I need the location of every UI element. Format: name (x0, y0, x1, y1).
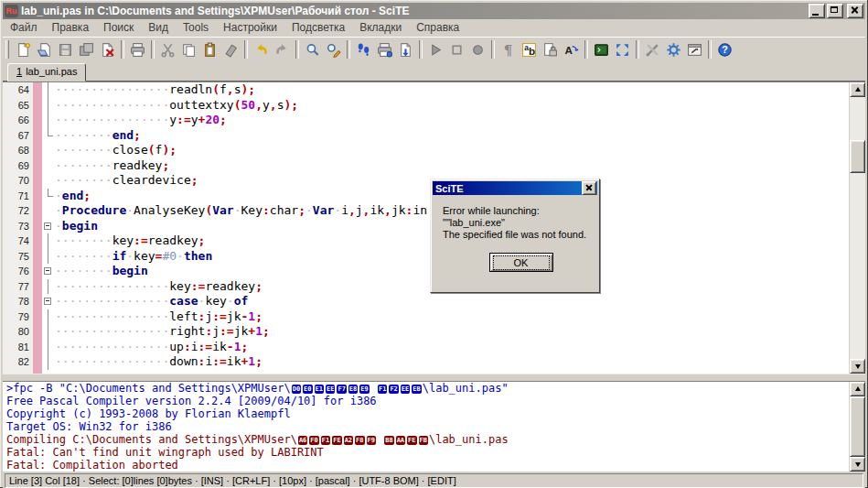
code-text[interactable]: ················case·key·of (55, 294, 865, 309)
open-file-button[interactable] (34, 39, 55, 60)
close-file-button[interactable] (97, 39, 118, 60)
output-line[interactable]: >fpc -B "C:\Documents and Settings\XPMUs… (3, 382, 865, 395)
copy-button[interactable] (178, 39, 199, 60)
record-macro-button[interactable] (467, 39, 488, 60)
close-button[interactable] (847, 4, 863, 18)
code-text[interactable]: ················outtextxy(50,y,s); (55, 98, 865, 114)
menu-options[interactable]: Настройки (216, 19, 284, 37)
output-line[interactable]: Compiling C:\Documents and Settings\XPMU… (3, 433, 865, 446)
ok-button[interactable]: OK (489, 253, 553, 272)
output-line[interactable]: Target OS: Win32 for i386 (3, 420, 865, 433)
output-pane[interactable]: >fpc -B "C:\Documents and Settings\XPMUs… (3, 382, 865, 472)
menu-buffers[interactable]: Вкладки (352, 19, 409, 37)
line-number[interactable]: 80 (3, 324, 33, 340)
menu-view[interactable]: Вид (141, 19, 176, 37)
line-number[interactable]: 64 (3, 82, 33, 98)
stop-button[interactable] (446, 39, 467, 60)
scroll-down-button[interactable] (850, 457, 865, 472)
code-text[interactable]: ········end; (55, 128, 865, 144)
output-line[interactable]: Fatal: Can't find unit wingraph used by … (3, 446, 865, 459)
trace-button[interactable] (353, 39, 374, 60)
fold-toggle[interactable] (42, 294, 55, 309)
dialog-close-button[interactable] (582, 181, 596, 195)
customize-button[interactable] (642, 39, 663, 60)
menu-edit[interactable]: Правка (45, 19, 97, 37)
line-number[interactable]: 69 (3, 158, 33, 174)
undo-button[interactable] (251, 39, 272, 60)
read-only-button[interactable] (540, 39, 561, 60)
fold-margin (42, 128, 55, 144)
editor-options-button[interactable] (684, 39, 705, 60)
delete-button[interactable] (220, 39, 241, 60)
output-vscrollbar[interactable] (849, 382, 865, 472)
minimize-button[interactable] (809, 4, 825, 18)
line-number[interactable]: 79 (3, 309, 33, 325)
output-scroll-thumb[interactable] (850, 396, 865, 457)
menu-file[interactable]: Файл (3, 19, 45, 37)
dialog-titlebar[interactable]: SciTE (433, 181, 597, 195)
find-button[interactable] (302, 39, 323, 60)
line-number[interactable]: 67 (3, 128, 33, 144)
menu-tools[interactable]: Tools (176, 19, 216, 37)
save-file-button[interactable] (55, 39, 76, 60)
code-text[interactable]: ········close(f); (55, 143, 865, 158)
code-text[interactable]: ········readkey; (55, 158, 865, 174)
editor-vscrollbar[interactable] (849, 82, 865, 374)
new-file-button[interactable] (13, 39, 34, 60)
app-icon[interactable]: Ru (5, 5, 18, 17)
line-number[interactable]: 76 (3, 264, 33, 279)
help-button[interactable]: ? (714, 39, 735, 60)
pane-splitter[interactable] (3, 374, 865, 382)
cut-button[interactable] (157, 39, 178, 60)
output-line[interactable]: Fatal: Compilation aborted (3, 459, 865, 472)
line-number[interactable]: 74 (3, 233, 33, 249)
menu-highlight[interactable]: Подсветка (284, 19, 352, 37)
fold-toggle[interactable] (42, 264, 55, 279)
code-text[interactable]: ················down:i:=ik+1; (55, 354, 865, 370)
line-number[interactable]: 75 (3, 249, 33, 265)
code-text[interactable]: ················y:=y+20; (55, 113, 865, 128)
redo-button[interactable] (272, 39, 293, 60)
code-text[interactable]: ················readln(f,s); (55, 82, 865, 98)
console-button[interactable] (591, 39, 612, 60)
show-whitespace-button[interactable]: ab (519, 39, 540, 60)
paste-button[interactable] (199, 39, 220, 60)
fullscreen-button[interactable] (612, 39, 633, 60)
convert-case-button[interactable]: A (561, 39, 582, 60)
code-text[interactable]: ················left:j:=jk-1; (55, 309, 865, 325)
tab-lab_uni-pas[interactable]: 1lab_uni.pas (7, 63, 86, 81)
line-number[interactable]: 68 (3, 143, 33, 158)
compile-button[interactable] (374, 39, 395, 60)
line-number[interactable]: 66 (3, 113, 33, 128)
save-all-button[interactable] (76, 39, 97, 60)
menu-help[interactable]: Справка (409, 19, 466, 37)
replace-button[interactable] (323, 39, 344, 60)
line-number[interactable]: 72 (3, 203, 33, 219)
scroll-up-button[interactable] (850, 382, 865, 396)
output-line[interactable]: Free Pascal Compiler version 2.2.4 [2009… (3, 395, 865, 407)
code-text[interactable]: ················right:j:=jk+1; (55, 324, 865, 340)
line-number[interactable]: 81 (3, 340, 33, 355)
scroll-down-button[interactable] (850, 359, 865, 374)
control-char-box: B8 (384, 436, 393, 445)
menu-search[interactable]: Поиск (96, 19, 141, 37)
show-eol-button[interactable]: ¶ (498, 39, 519, 60)
line-number[interactable]: 78 (3, 294, 33, 309)
print-button[interactable] (127, 39, 148, 60)
editor-scroll-thumb[interactable] (850, 140, 865, 173)
output-line[interactable]: Copyright (c) 1993-2008 by Florian Klaem… (3, 407, 865, 420)
line-number[interactable]: 70 (3, 173, 33, 189)
line-number[interactable]: 73 (3, 219, 33, 234)
code-text[interactable]: ················up:i:=ik-1; (55, 340, 865, 355)
line-number[interactable]: 82 (3, 354, 33, 370)
build-button[interactable] (395, 39, 416, 60)
maximize-button[interactable] (827, 4, 843, 18)
line-number[interactable]: 71 (3, 189, 33, 204)
run-button[interactable] (425, 39, 446, 60)
titlebar[interactable]: Ru lab_uni.pas in C:\Documents and Setti… (3, 3, 865, 19)
settings-button[interactable] (663, 39, 684, 60)
line-number[interactable]: 77 (3, 279, 33, 295)
fold-toggle[interactable] (42, 219, 55, 234)
line-number[interactable]: 65 (3, 98, 33, 114)
scroll-up-button[interactable] (850, 82, 865, 97)
